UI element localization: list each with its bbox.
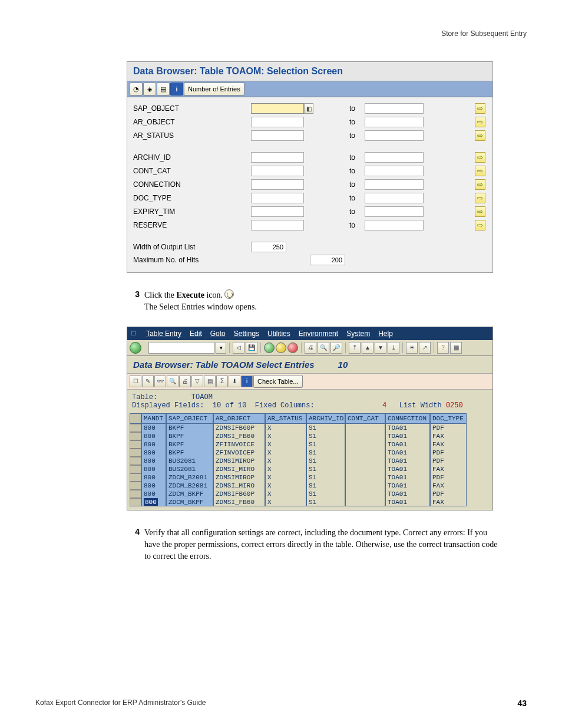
table-row[interactable]: 800ZDCM_B2081ZDMSIMIROPXS1TOA01PDF	[130, 473, 490, 482]
multiple-selection-icon[interactable]: ⇨	[475, 166, 485, 176]
multiple-selection-icon[interactable]: ⇨	[475, 220, 485, 230]
get-variant-icon[interactable]: ▤	[157, 83, 170, 95]
from-input[interactable]	[251, 117, 304, 127]
col-mandt[interactable]: MANDT	[141, 413, 166, 424]
menu-utilities[interactable]: Utilities	[267, 330, 290, 338]
from-input[interactable]	[251, 152, 304, 163]
to-input[interactable]	[365, 117, 424, 127]
to-input[interactable]	[365, 193, 424, 203]
to-input[interactable]	[365, 179, 424, 190]
table-row[interactable]: 800ZDCM_BKPFZDMSI_FB60XS1TOA01FAX	[130, 498, 490, 506]
check-table-button[interactable]: Check Table...	[253, 375, 303, 388]
row-selector[interactable]	[130, 457, 141, 465]
menu-edit[interactable]: Edit	[190, 330, 202, 338]
nav-back-icon[interactable]	[264, 342, 275, 353]
multiple-selection-icon[interactable]: ⇨	[475, 152, 485, 163]
multiple-selection-icon[interactable]: ⇨	[475, 206, 485, 217]
first-page-icon[interactable]: ⤒	[349, 342, 361, 354]
nav-cancel-icon[interactable]	[287, 342, 298, 353]
layout-icon[interactable]: ▦	[450, 342, 462, 354]
from-input[interactable]	[251, 179, 304, 190]
info2-icon[interactable]: i	[241, 375, 253, 387]
create-session-icon[interactable]: ☀	[406, 342, 418, 354]
print-icon[interactable]: 🖨	[305, 342, 316, 354]
row-selector[interactable]	[130, 432, 141, 440]
download-icon[interactable]: ⬇	[229, 375, 240, 387]
to-input[interactable]	[365, 220, 424, 230]
multiple-selection-icon[interactable]: ⇨	[475, 179, 485, 190]
row-selector[interactable]	[130, 498, 141, 506]
filter-icon[interactable]: ▽	[191, 375, 203, 387]
from-input[interactable]	[251, 130, 304, 141]
print2-icon[interactable]: 🖨	[179, 375, 191, 387]
max-hits-input[interactable]: 200	[310, 255, 345, 265]
back-icon[interactable]: ◁	[233, 342, 244, 354]
from-input[interactable]	[251, 193, 304, 203]
refresh-icon[interactable]: 🔍	[167, 375, 178, 387]
table-row[interactable]: 800BUS2081ZDMSI_MIROXS1TOA01FAX	[130, 465, 490, 473]
enter-icon[interactable]	[130, 342, 141, 354]
menu-goto[interactable]: Goto	[210, 330, 226, 338]
to-input[interactable]	[365, 206, 424, 217]
multiple-selection-icon[interactable]: ⇨	[475, 193, 485, 203]
sort-icon[interactable]: ▤	[204, 375, 216, 387]
row-selector[interactable]	[130, 465, 141, 473]
menu-environment[interactable]: Environment	[299, 330, 338, 338]
row-selector[interactable]	[130, 473, 141, 482]
table-row[interactable]: 800BKPFZFIINVOICEXS1TOA01FAX	[130, 440, 490, 449]
info-icon[interactable]: i	[170, 83, 183, 95]
change-icon[interactable]: ✎	[142, 375, 154, 387]
help-icon[interactable]: ?	[437, 342, 449, 354]
display-icon[interactable]: 👓	[154, 375, 166, 387]
table-row[interactable]: 800BKPFZDMSIFB60PXS1TOA01PDF	[130, 424, 490, 432]
from-input[interactable]	[251, 166, 304, 176]
menu-settings[interactable]: Settings	[234, 330, 259, 338]
col-sap-object[interactable]: SAP_OBJECT	[166, 413, 213, 424]
to-input[interactable]	[365, 103, 424, 114]
table-row[interactable]: 800BKPFZDMSI_FB60XS1TOA01FAX	[130, 432, 490, 440]
col-cont-cat[interactable]: CONT_CAT	[345, 413, 385, 424]
table-row[interactable]: 800ZDCM_BKPFZDMSIFB60PXS1TOA01PDF	[130, 490, 490, 498]
total-icon[interactable]: Σ	[216, 375, 228, 387]
table-row[interactable]: 800ZDCM_B2081ZDMSI_MIROXS1TOA01FAX	[130, 482, 490, 490]
col-ar-object[interactable]: AR_OBJECT	[213, 413, 265, 424]
next-page-icon[interactable]: ▼	[375, 342, 386, 354]
from-input[interactable]	[251, 220, 304, 230]
width-output-input[interactable]: 250	[251, 242, 286, 252]
row-selector[interactable]	[130, 449, 141, 457]
row-selector[interactable]	[130, 424, 141, 432]
find-next-icon[interactable]: 🔎	[330, 342, 342, 354]
multiple-selection-icon[interactable]: ⇨	[475, 103, 485, 114]
execute-icon[interactable]: ◔	[130, 83, 143, 95]
create-icon[interactable]: ☐	[130, 375, 141, 387]
shortcut-icon[interactable]: ↗	[419, 342, 431, 354]
col-connection[interactable]: CONNECTION	[385, 413, 430, 424]
prev-page-icon[interactable]: ▲	[362, 342, 373, 354]
menu-system[interactable]: System	[346, 330, 370, 338]
menu-help[interactable]: Help	[378, 330, 393, 338]
row-selector[interactable]	[130, 440, 141, 449]
to-input[interactable]	[365, 166, 424, 176]
value-help-icon[interactable]: ◧	[304, 103, 313, 114]
save-icon[interactable]: 💾	[246, 342, 257, 354]
last-page-icon[interactable]: ⤓	[388, 342, 399, 354]
to-input[interactable]	[365, 130, 424, 141]
table-row[interactable]: 800BKPFZFINVOICEPXS1TOA01PDF	[130, 449, 490, 457]
col-doc-type[interactable]: DOC_TYPE	[430, 413, 467, 424]
from-input[interactable]	[251, 103, 304, 114]
from-input[interactable]	[251, 206, 304, 217]
execute-bg-icon[interactable]: ◈	[143, 83, 156, 95]
col-ar-status[interactable]: AR_STATUS	[265, 413, 306, 424]
multiple-selection-icon[interactable]: ⇨	[475, 117, 485, 127]
window-menu-icon[interactable]: ☐	[131, 330, 138, 337]
row-selector[interactable]	[130, 490, 141, 498]
menu-table-entry[interactable]: Table Entry	[146, 330, 181, 338]
multiple-selection-icon[interactable]: ⇨	[475, 130, 485, 141]
command-field[interactable]	[148, 342, 214, 354]
table-row[interactable]: 800BUS2081ZDMSIMIROPXS1TOA01PDF	[130, 457, 490, 465]
command-dropdown-icon[interactable]: ▾	[216, 342, 226, 354]
to-input[interactable]	[365, 152, 424, 163]
col-archiv-id[interactable]: ARCHIV_ID	[306, 413, 345, 424]
nav-exit-icon[interactable]	[276, 342, 286, 353]
number-of-entries-button[interactable]: Number of Entries	[184, 83, 244, 95]
